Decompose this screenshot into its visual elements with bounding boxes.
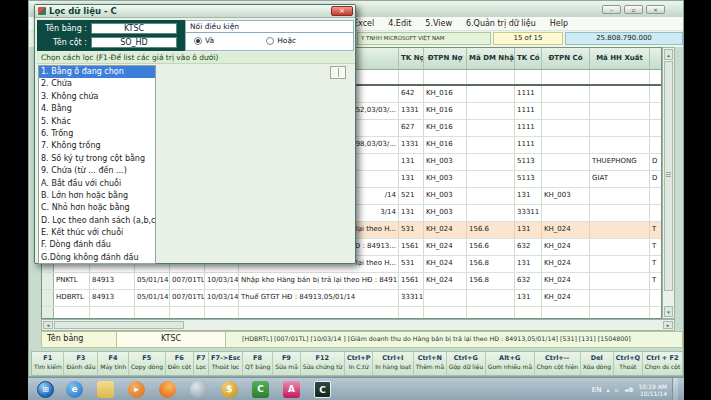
filter-option[interactable]: D. Lọc theo danh sách (a,b,c)	[39, 215, 155, 227]
cell	[590, 103, 650, 119]
filter-option[interactable]: B. Lớn hơn hoặc bằng	[39, 190, 155, 202]
filter-option[interactable]: 4. Bằng	[39, 103, 155, 115]
function-key-ctrl-[interactable]: Ctrl+--Chọn cột hiện	[535, 352, 581, 375]
horizontal-scrollbar[interactable]: ◂ ▸	[41, 319, 675, 331]
function-key-f9[interactable]: F9Sửa mã	[273, 352, 300, 375]
access-icon[interactable]: A	[283, 381, 300, 398]
cell: 5113	[515, 171, 542, 187]
start-button[interactable]: ⊞	[37, 381, 54, 398]
menu-item-3[interactable]: 5.View	[425, 17, 452, 30]
filter-option[interactable]: 5. Khác	[39, 116, 155, 128]
table-row[interactable]	[42, 307, 661, 319]
function-key-ctrl-p[interactable]: Ctrl+PIn C.từ	[345, 352, 373, 375]
cell: 007/01TL	[170, 290, 205, 306]
function-key-f7[interactable]: F7Lọc	[194, 352, 209, 375]
table-row[interactable]: PNKTL8491305/01/14007/01TL10/03/14Nhập k…	[42, 273, 661, 290]
scroll-left-icon[interactable]: ◂	[43, 321, 53, 329]
scroll-up-icon[interactable]: ▴	[664, 49, 673, 60]
menu-item-1[interactable]: Excel	[353, 17, 374, 30]
filter-dialog: Lọc dữ liệu - C × Tên bảng : KTSC Tên cộ…	[34, 4, 356, 264]
function-key-f12[interactable]: F12Sửa chứng từ	[301, 352, 345, 375]
function-key-f3[interactable]: F3Đánh dấu	[64, 352, 98, 375]
menu-item-4[interactable]: 6.Quản trị dữ liệu	[466, 17, 536, 30]
function-key-f8[interactable]: F8QT bảng	[243, 352, 273, 375]
close-icon[interactable]: ×	[646, 5, 665, 14]
filter-option[interactable]: G.Dòng không đánh dấu	[39, 252, 155, 264]
scroll-right-icon[interactable]: ▸	[663, 321, 673, 329]
filter-option[interactable]: 7. Không trống	[39, 140, 155, 152]
horizontal-scroll-thumb[interactable]	[54, 321, 184, 329]
function-key-alt-g[interactable]: Alt+GGom nhiều mã	[486, 352, 535, 375]
function-key-name: Ctrl+N	[416, 354, 444, 362]
language-indicator[interactable]: EN	[592, 386, 602, 394]
function-key-f6[interactable]: F6Đến cột	[166, 352, 194, 375]
filter-option[interactable]: 6. Trống	[39, 128, 155, 140]
function-key-f5[interactable]: F5Copy dòng	[129, 352, 166, 375]
function-key-ctrl-n[interactable]: Ctrl+NThêm mã	[414, 352, 447, 375]
cell	[90, 307, 135, 319]
filter-option[interactable]: 8. Số ký tự trong cột bằng	[39, 153, 155, 165]
filter-list: 1. Bằng ô đang chọn2. Chứa3. Không chứa4…	[38, 65, 156, 264]
company-name: Y TNHH MICROSOFT VIỆT NAM	[357, 32, 491, 45]
vertical-scrollbar[interactable]: ▴ ▾	[662, 47, 675, 319]
taskbar: ⊞ e▸$CAC EN ▴ ▫ ◄❿ 10:19 AM 10/11/14	[28, 377, 684, 400]
filter-option[interactable]: 2. Chứa	[39, 78, 155, 90]
condition-option[interactable]: Hoặc	[266, 36, 296, 45]
column-name-label: Tên cột :	[39, 38, 91, 47]
hidden-icons-icon[interactable]: ▴	[606, 386, 609, 393]
media-player-icon[interactable]: ▸	[128, 381, 145, 398]
filter-option[interactable]: E. Kết thúc với chuỗi	[39, 227, 155, 239]
folder-icon[interactable]	[97, 381, 114, 398]
function-key-f1[interactable]: F1Tìm kiếm	[32, 352, 64, 375]
condition-option[interactable]: Và	[194, 36, 214, 45]
column-name-input[interactable]: SO_HD	[91, 37, 177, 48]
table-row[interactable]: HDBRTL8491305/01/14007/01TL10/03/14Thuế …	[42, 290, 661, 307]
app-c-active-icon[interactable]: C	[314, 381, 331, 398]
firefox-icon[interactable]	[159, 381, 176, 398]
vertical-scroll-thumb[interactable]	[664, 61, 673, 291]
function-key-ctrl-f2[interactable]: Ctrl + F2Chọn ds cột	[643, 352, 683, 375]
cell	[42, 307, 54, 319]
internet-explorer-icon[interactable]: e	[66, 381, 83, 398]
maximize-icon[interactable]: ▫	[624, 5, 643, 14]
table-name-input[interactable]: KTSC	[91, 23, 177, 34]
menu-item-2[interactable]: 4.Edit	[388, 17, 411, 30]
filter-option[interactable]: F. Dòng đánh dấu	[39, 239, 155, 251]
taskbar-clock[interactable]: 10:19 AM 10/11/14	[639, 383, 667, 397]
app-c-icon[interactable]: C	[252, 381, 269, 398]
filter-option[interactable]: C. Nhỏ hơn hoặc bằng	[39, 202, 155, 214]
money-bag-icon[interactable]: $	[221, 381, 238, 398]
function-key-del[interactable]: DelXóa dòng	[581, 352, 614, 375]
function-key-ctrl-q[interactable]: Ctrl+QThoát	[614, 352, 643, 375]
filter-option[interactable]: 3. Không chứa	[39, 91, 155, 103]
radio-icon[interactable]	[266, 37, 274, 45]
scroll-down-icon[interactable]: ▾	[664, 306, 673, 317]
cell: TK Có	[515, 48, 542, 69]
function-key-ctrl-i[interactable]: Ctrl+IIn hàng loạt	[373, 352, 413, 375]
browser-icon[interactable]	[190, 381, 207, 398]
filter-option[interactable]: 9. Chứa (từ ... đến ...)	[39, 165, 155, 177]
menu-item-5[interactable]: Help	[550, 17, 568, 30]
radio-icon[interactable]	[194, 37, 202, 45]
cell	[467, 154, 515, 170]
filter-option[interactable]: A. Bắt đầu với chuỗi	[39, 178, 155, 190]
function-key-label: Copy dòng	[131, 362, 163, 371]
minimize-icon[interactable]: –	[602, 5, 621, 14]
dialog-titlebar[interactable]: Lọc dữ liệu - C ×	[35, 5, 355, 18]
close-icon[interactable]: ×	[331, 6, 353, 16]
cell: 627	[399, 120, 424, 136]
network-icon[interactable]: ▫	[614, 386, 618, 393]
function-key-f4[interactable]: F4Máy tính	[98, 352, 129, 375]
cell	[542, 86, 590, 102]
condition-option-label: Và	[205, 36, 214, 45]
show-desktop-button[interactable]	[672, 378, 678, 400]
function-key-f7-esc[interactable]: F7->EscThoát lọc	[209, 352, 243, 375]
volume-icon[interactable]: ◄❿	[624, 386, 634, 393]
filter-option[interactable]: 1. Bằng ô đang chọn	[39, 66, 155, 78]
list-values-button[interactable]	[330, 66, 346, 79]
cell: KH_003	[424, 171, 467, 187]
cell: KH_024	[542, 273, 590, 289]
system-tray: EN ▴ ▫ ◄❿ 10:19 AM 10/11/14	[592, 378, 678, 400]
cell: 1331	[399, 103, 424, 119]
function-key-ctrl-g[interactable]: Ctrl+GGộp dữ liệu	[447, 352, 486, 375]
